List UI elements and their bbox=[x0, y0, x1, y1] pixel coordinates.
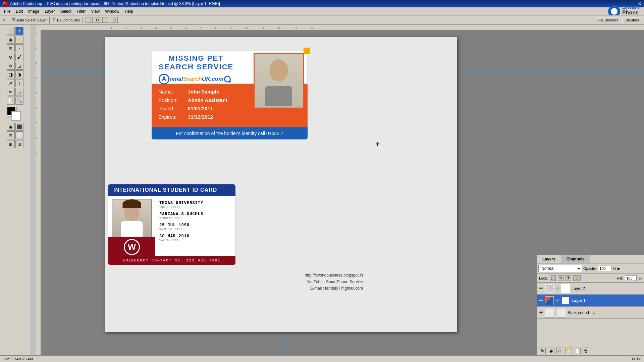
gradient-tool[interactable]: ◨ bbox=[7, 70, 15, 78]
tab-channels[interactable]: Channels bbox=[561, 255, 590, 263]
screen-mode[interactable]: ⊡ bbox=[7, 131, 15, 139]
path-selection-tool[interactable]: ↗ bbox=[7, 79, 15, 87]
layer1-mask-thumb bbox=[561, 296, 570, 305]
auto-select-label: Auto Select: Layer bbox=[16, 18, 47, 22]
layer2-visibility[interactable]: 👁 bbox=[539, 286, 543, 291]
new-layer-button[interactable]: 📄 bbox=[574, 348, 581, 354]
align-center-button[interactable]: ⊡ bbox=[102, 17, 109, 23]
move-tool-icon: ↖ bbox=[2, 17, 6, 23]
eraser-tool[interactable]: ◻ bbox=[15, 62, 23, 70]
extra-tools-2[interactable]: ⊡ bbox=[15, 140, 23, 148]
id-card-2: INTERNATIONAL STUDENT ID CARD bbox=[108, 184, 235, 266]
menu-item-file[interactable]: File bbox=[1, 8, 13, 14]
align-left-button[interactable]: ⊟ bbox=[94, 17, 101, 23]
layer-row-layer2[interactable]: 👁 🔗 Layer 2 bbox=[537, 283, 644, 295]
card2-student-name: FARZANA.S.KUCHLS STUDENT NAME bbox=[159, 212, 231, 220]
zoom-level: 33.3% bbox=[631, 357, 641, 361]
menu-item-view[interactable]: View bbox=[88, 8, 102, 14]
dodge-tool[interactable]: ◑ bbox=[15, 70, 23, 78]
menu-item-select[interactable]: Select bbox=[57, 8, 74, 14]
clone-stamp-tool[interactable]: ⊗ bbox=[7, 62, 15, 70]
background-name: Background bbox=[568, 310, 589, 315]
marquee-tool[interactable]: ⬚ bbox=[7, 27, 15, 35]
lasso-tool[interactable]: ◉ bbox=[7, 36, 15, 44]
card2-header: INTERNATIONAL STUDENT ID CARD bbox=[108, 184, 235, 196]
layer1-visibility[interactable]: 👁 bbox=[539, 298, 543, 303]
lock-all[interactable]: 🔒 bbox=[573, 275, 581, 281]
move-tool[interactable]: ✛ bbox=[15, 27, 23, 35]
background-thumb bbox=[545, 308, 554, 317]
tab-layers[interactable]: Layers bbox=[537, 255, 561, 263]
card2-valid-until: 30.MAR.2016 VALID UNTIL bbox=[159, 234, 231, 242]
opacity-input[interactable] bbox=[598, 266, 611, 271]
blend-mode-select[interactable]: Normal bbox=[538, 265, 582, 272]
watermark: http://cworldbusiness.blogspot.in YouTub… bbox=[305, 272, 363, 292]
lock-transparent[interactable]: ⬚ bbox=[550, 275, 556, 281]
card2-photo bbox=[112, 199, 152, 237]
pen-tool[interactable]: ✒ bbox=[7, 88, 15, 96]
add-mask-button[interactable]: ◉ bbox=[548, 348, 554, 354]
blend-mode-row: Normal Opacity: % ▶ bbox=[537, 263, 644, 274]
text-tool[interactable]: T bbox=[15, 79, 23, 87]
title-text: Adobe Photoshop - [PVC id card printing … bbox=[10, 1, 220, 6]
delete-layer-button[interactable]: 🗑 bbox=[583, 348, 589, 354]
menu-item-layer[interactable]: Layer bbox=[42, 8, 57, 14]
layer-row-layer1[interactable]: 👁 🔗 Layer 1 bbox=[537, 295, 644, 307]
layer2-thumb bbox=[545, 284, 554, 293]
status-text: Doc: 2.74M/2.74M bbox=[3, 357, 33, 361]
card2-logo: W bbox=[124, 239, 140, 255]
lock-position[interactable]: ✛ bbox=[566, 275, 571, 281]
layer2-mask-thumb bbox=[561, 284, 570, 293]
layer-style-button[interactable]: fx bbox=[539, 348, 546, 354]
layer-row-background[interactable]: 👁 Background 🔒 bbox=[537, 307, 644, 319]
ps-icon: Ps bbox=[3, 1, 8, 6]
quick-mask-on[interactable]: ⬛ bbox=[15, 123, 23, 131]
lock-image[interactable]: ✎ bbox=[558, 275, 564, 281]
file-browser-button[interactable]: File Browser bbox=[595, 17, 621, 23]
brushes-button[interactable]: Brushes bbox=[623, 17, 642, 23]
layer1-name: Layer 1 bbox=[572, 298, 586, 303]
brush-tool[interactable]: 🖌 bbox=[15, 53, 23, 61]
fill-input[interactable] bbox=[625, 276, 637, 281]
new-group-button[interactable]: 📁 bbox=[565, 348, 572, 354]
background-visibility[interactable]: 👁 bbox=[539, 310, 543, 315]
card2-dob: 25.JUL.1990 DATE OF BIRTH bbox=[159, 223, 231, 231]
status-bar: Doc: 2.74M/2.74M 33.3% bbox=[0, 355, 644, 362]
menu-item-image[interactable]: Image bbox=[25, 8, 42, 14]
card1-expires-field: Expires: 31/12/2012 bbox=[158, 114, 301, 120]
opacity-arrow[interactable]: ▶ bbox=[618, 266, 620, 271]
distribute-button[interactable]: ⊞ bbox=[111, 17, 118, 23]
menu-item-filter[interactable]: Filter bbox=[74, 8, 89, 14]
menu-item-window[interactable]: Window bbox=[102, 8, 122, 14]
full-screen-mode[interactable]: ⬜ bbox=[15, 131, 23, 139]
shape-tool[interactable]: □ bbox=[15, 88, 23, 96]
new-fill-layer-button[interactable]: ⊙ bbox=[556, 348, 563, 354]
menu-item-help[interactable]: Help bbox=[122, 8, 136, 14]
menu-item-edit[interactable]: Edit bbox=[13, 8, 25, 14]
layers-panel: Layers Channels Normal Opacity: % ▶ Lock… bbox=[537, 255, 644, 355]
layers-footer: fx ◉ ⊙ 📁 📄 🗑 bbox=[537, 346, 644, 355]
extra-tools[interactable]: ⊞ bbox=[7, 140, 15, 148]
card1-title1: MISSING PET bbox=[159, 54, 233, 63]
show-bounding-checkbox[interactable]: ☑ bbox=[52, 18, 56, 22]
tools-panel: ⬚ ✛ ◉ ⚡ ⊡ 💉 ⊙ 🖌 ⊗ ◻ ◨ ◑ ↗ T ✒ □ 📝 🔍 ◉ ⬛ bbox=[0, 25, 30, 355]
background-mask-thumb bbox=[557, 308, 566, 317]
eyedropper-tool[interactable]: 💉 bbox=[15, 44, 23, 52]
options-toolbar: ↖ ☑ Auto Select: Layer ☑ Bounding Box ⊞ … bbox=[0, 15, 644, 25]
ruler-left: 123456789 bbox=[36, 30, 41, 355]
id-card-1: MISSING PET SEARCH SERVICE A nimalSearch… bbox=[152, 50, 308, 149]
healing-brush-tool[interactable]: ⊙ bbox=[7, 53, 15, 61]
layers-panel-tabs: Layers Channels bbox=[537, 255, 644, 263]
card2-institution: TEXAS UNIVERSITY INSTITUTION bbox=[159, 201, 231, 208]
notes-tool[interactable]: 📝 bbox=[7, 97, 15, 105]
transform-button[interactable]: ⊞ bbox=[86, 17, 93, 23]
magic-wand-tool[interactable]: ⚡ bbox=[15, 36, 23, 44]
menu-bar: File Edit Image Layer Select Filter View… bbox=[0, 7, 644, 15]
zoom-tool[interactable]: 🔍 bbox=[15, 97, 23, 105]
background-color[interactable] bbox=[11, 111, 21, 121]
quick-mask-off[interactable]: ◉ bbox=[7, 123, 15, 131]
card1-header: MISSING PET SEARCH SERVICE A nimalSearch… bbox=[152, 50, 308, 84]
auto-select-checkbox[interactable]: ☑ bbox=[12, 18, 15, 22]
layer2-chain: 🔗 bbox=[555, 287, 559, 290]
crop-tool[interactable]: ⊡ bbox=[7, 44, 15, 52]
